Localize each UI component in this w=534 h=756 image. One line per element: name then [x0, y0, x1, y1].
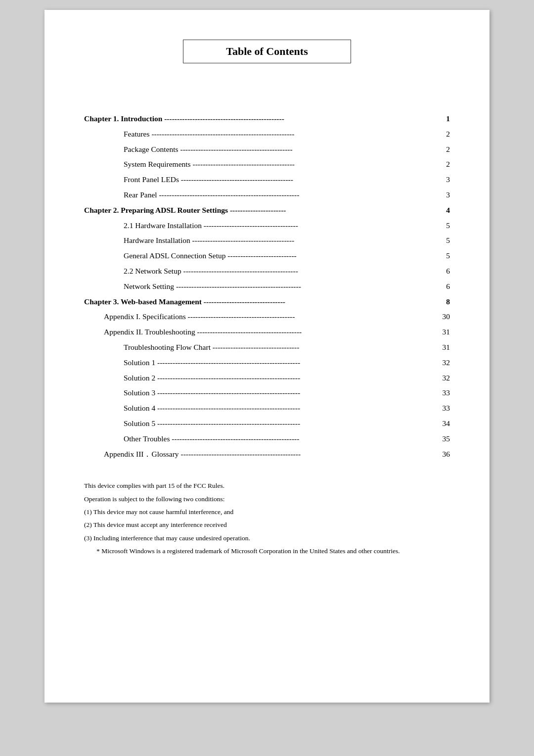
toc-label: Solution 4 -----------------------------…	[124, 402, 435, 415]
toc-row: Solution 5 -----------------------------…	[84, 418, 450, 430]
toc-label: Solution 1 -----------------------------…	[124, 357, 435, 369]
toc-label: Chapter 1. Introduction ----------------…	[84, 113, 435, 125]
toc-label: Troubleshooting Flow Chart -------------…	[124, 341, 435, 354]
toc-page-number: 30	[435, 311, 450, 323]
toc-label: Chapter 2. Preparing ADSL Router Setting…	[84, 204, 435, 217]
toc-label: 2.1 Hardware Installation --------------…	[124, 220, 435, 232]
toc-page-number: 32	[435, 372, 450, 384]
toc-page-number: 3	[435, 174, 450, 186]
toc-row: Other Troubles -------------------------…	[84, 433, 450, 445]
toc-page-number: 33	[435, 402, 450, 415]
toc-label: Hardware Installation ------------------…	[124, 235, 435, 247]
toc-row: General ADSL Connection Setup ----------…	[84, 250, 450, 262]
footer-section: This device complies with part 15 of the…	[84, 480, 450, 557]
footer-line1: This device complies with part 15 of the…	[84, 480, 450, 492]
toc-page-number: 3	[435, 189, 450, 201]
toc-row: Network Setting ------------------------…	[84, 281, 450, 293]
toc-row: Front Panel LEDs -----------------------…	[84, 174, 450, 186]
toc-page-number: 32	[435, 357, 450, 369]
footer-condition-2: (2) This device must accept any interfer…	[84, 519, 450, 531]
toc-row: Solution 1 -----------------------------…	[84, 357, 450, 369]
toc-label: Rear Panel -----------------------------…	[124, 189, 435, 201]
toc-page-number: 2	[435, 158, 450, 171]
toc-container: Chapter 1. Introduction ----------------…	[84, 113, 450, 460]
toc-label: 2.2 Network Setup ----------------------…	[124, 265, 435, 278]
toc-row: Appendix I. Specifications -------------…	[84, 311, 450, 323]
toc-page-number: 6	[435, 281, 450, 293]
toc-page-number: 35	[435, 433, 450, 445]
toc-label: Front Panel LEDs -----------------------…	[124, 174, 435, 186]
toc-label: Other Troubles -------------------------…	[124, 433, 435, 445]
toc-row: Appendix II. Troubleshooting -----------…	[84, 326, 450, 338]
toc-row: 2.2 Network Setup ----------------------…	[84, 265, 450, 278]
toc-page-number: 33	[435, 387, 450, 399]
footer-line2: Operation is subject to the following tw…	[84, 493, 450, 505]
toc-row: Chapter 3. Web-based Management --------…	[84, 296, 450, 308]
toc-row: Hardware Installation ------------------…	[84, 235, 450, 247]
toc-page-number: 5	[435, 220, 450, 232]
toc-page-number: 34	[435, 418, 450, 430]
toc-row: 2.1 Hardware Installation --------------…	[84, 220, 450, 232]
toc-page-number: 31	[435, 341, 450, 354]
toc-label: Features -------------------------------…	[124, 128, 435, 141]
toc-row: Features -------------------------------…	[84, 128, 450, 141]
page-title: Table of Contents	[226, 45, 308, 58]
toc-page-number: 36	[435, 448, 450, 461]
footer-note: * Microsoft Windows is a registered trad…	[84, 545, 450, 557]
toc-row: Package Contents -----------------------…	[84, 143, 450, 156]
page: Table of Contents Chapter 1. Introductio…	[44, 10, 490, 703]
toc-page-number: 5	[435, 235, 450, 247]
toc-row: Chapter 2. Preparing ADSL Router Setting…	[84, 204, 450, 217]
toc-label: Appendix I. Specifications -------------…	[104, 311, 435, 323]
toc-label: General ADSL Connection Setup ----------…	[124, 250, 435, 262]
toc-label: Appendix II. Troubleshooting -----------…	[104, 326, 435, 338]
toc-label: Package Contents -----------------------…	[124, 143, 435, 156]
toc-label: Solution 2 -----------------------------…	[124, 372, 435, 384]
toc-label: Solution 5 -----------------------------…	[124, 418, 435, 430]
toc-page-number: 31	[435, 326, 450, 338]
toc-row: Chapter 1. Introduction ----------------…	[84, 113, 450, 125]
toc-row: System Requirements --------------------…	[84, 158, 450, 171]
toc-label: System Requirements --------------------…	[124, 158, 435, 171]
footer-condition-3: (3) Including interference that may caus…	[84, 532, 450, 544]
toc-row: Rear Panel -----------------------------…	[84, 189, 450, 201]
toc-page-number: 2	[435, 143, 450, 156]
toc-page-number: 5	[435, 250, 450, 262]
toc-page-number: 1	[435, 113, 450, 125]
toc-page-number: 6	[435, 265, 450, 278]
toc-row: Solution 2 -----------------------------…	[84, 372, 450, 384]
toc-label: Appendix III．Glossary ------------------…	[104, 448, 435, 461]
toc-page-number: 2	[435, 128, 450, 141]
toc-label: Network Setting ------------------------…	[124, 281, 435, 293]
toc-label: Solution 3 -----------------------------…	[124, 387, 435, 399]
toc-page-number: 4	[435, 204, 450, 217]
footer-condition-1: (1) This device may not cause harmful in…	[84, 506, 450, 518]
toc-label: Chapter 3. Web-based Management --------…	[84, 296, 435, 308]
toc-row: Troubleshooting Flow Chart -------------…	[84, 341, 450, 354]
toc-row: Solution 4 -----------------------------…	[84, 402, 450, 415]
toc-row: Appendix III．Glossary ------------------…	[84, 448, 450, 461]
title-box: Table of Contents	[183, 40, 351, 63]
toc-page-number: 8	[435, 296, 450, 308]
toc-row: Solution 3 -----------------------------…	[84, 387, 450, 399]
